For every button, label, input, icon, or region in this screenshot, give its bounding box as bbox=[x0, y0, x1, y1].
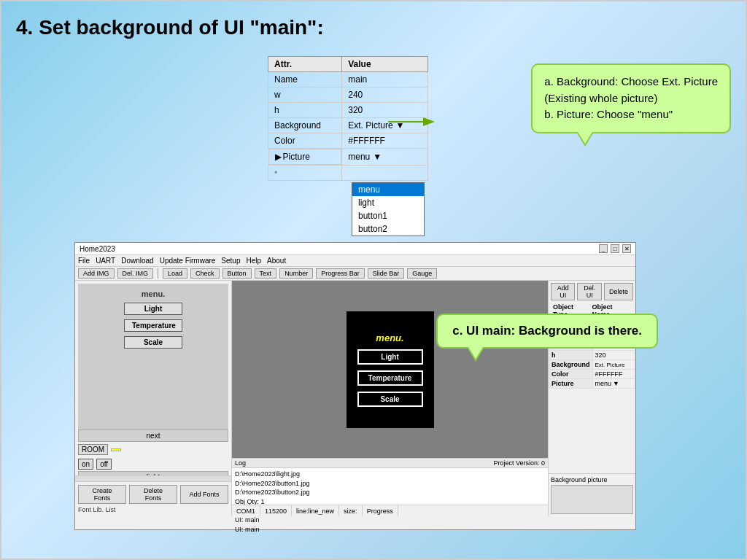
table-row: ▶ Picture menu ▼ bbox=[268, 149, 428, 166]
table-row: • bbox=[268, 166, 428, 181]
number-button[interactable]: Number bbox=[279, 268, 313, 279]
add-fonts-button[interactable]: Add Fonts bbox=[180, 485, 228, 504]
sidebar-off-btn[interactable]: off bbox=[96, 459, 112, 470]
button-button[interactable]: Button bbox=[222, 268, 252, 279]
delete-button[interactable]: Delete bbox=[604, 283, 633, 300]
table-row: h 320 bbox=[268, 103, 428, 118]
picture-dropdown-popup[interactable]: menu light button1 button2 bbox=[352, 182, 425, 236]
mini-color-value: #FFFFFF bbox=[592, 370, 635, 379]
table-row: h 320 bbox=[549, 351, 635, 360]
log-line: D:\Home2023\button1.jpg bbox=[235, 479, 545, 489]
log-label: Log bbox=[235, 459, 246, 467]
check-button[interactable]: Check bbox=[190, 268, 220, 279]
left-sidebar: menu. Light Temperature Scale next ROOM … bbox=[75, 281, 232, 516]
chevron-down-icon: ▼ bbox=[373, 152, 382, 162]
menu-help[interactable]: Help bbox=[247, 257, 262, 265]
attr-name-label: Name bbox=[268, 72, 342, 88]
menu-about[interactable]: About bbox=[267, 257, 286, 265]
mini-h-label: h bbox=[549, 351, 593, 360]
del-img-button[interactable]: Del. IMG bbox=[117, 268, 154, 279]
mini-color-label: Color bbox=[549, 370, 593, 379]
slide-container: 4. Set background of UI "main": Attr. Va… bbox=[0, 0, 747, 560]
sidebar-top: menu. Light Temperature Scale next ROOM … bbox=[75, 281, 231, 475]
table-row: Color #FFFFFF bbox=[549, 370, 635, 379]
dropdown-item-button1[interactable]: button1 bbox=[352, 209, 424, 222]
toolbar-separator bbox=[158, 268, 158, 279]
bg-picture-label: Background picture bbox=[551, 476, 633, 483]
status-com: COM1 bbox=[232, 505, 260, 516]
dropdown-item-button2[interactable]: button2 bbox=[352, 222, 424, 236]
dropdown-item-light[interactable]: light bbox=[352, 196, 424, 209]
callout-mid-text: c. UI main: Background is there. bbox=[452, 324, 642, 338]
maximize-button[interactable]: □ bbox=[611, 244, 619, 253]
attr-bg-value: Ext. Picture ▼ bbox=[342, 118, 428, 133]
attr-h-label: h bbox=[268, 103, 342, 118]
titlebar-controls: _ □ ✕ bbox=[599, 244, 631, 253]
table-row: Picture menu ▼ bbox=[549, 379, 635, 389]
menu-download[interactable]: Download bbox=[121, 257, 153, 265]
sidebar-on-btn[interactable]: on bbox=[78, 459, 93, 470]
sidebar-scrollbar[interactable] bbox=[75, 475, 231, 481]
app-window: Home2023 _ □ ✕ File UART Download Update… bbox=[74, 242, 636, 530]
preview-light-btn[interactable]: Light bbox=[124, 303, 182, 315]
font-lib-label: Font Lib. List bbox=[78, 506, 228, 513]
preview-scale-btn[interactable]: Scale bbox=[124, 336, 182, 349]
table-row: Background Ext. Picture bbox=[549, 360, 635, 370]
bullet-icon: • bbox=[274, 168, 277, 178]
attr-color-label: Color bbox=[268, 133, 342, 149]
delete-fonts-button[interactable]: Delete Fonts bbox=[129, 485, 177, 504]
project-version-label: Project Version: 0 bbox=[493, 459, 545, 467]
callout-mid: c. UI main: Background is there. bbox=[436, 314, 658, 349]
text-button[interactable]: Text bbox=[255, 268, 277, 279]
menu-file[interactable]: File bbox=[78, 257, 90, 265]
bg-dropdown[interactable]: Ext. Picture ▼ bbox=[348, 120, 422, 131]
col-value: Value bbox=[342, 57, 428, 72]
minimize-button[interactable]: _ bbox=[599, 244, 608, 253]
del-ui-button[interactable]: Del. UI bbox=[577, 283, 601, 300]
attr-table-wrapper: Attr. Value Name main w 240 h 320 bbox=[268, 56, 428, 181]
dropdown-item-menu[interactable]: menu bbox=[352, 183, 424, 196]
status-bar: COM1 115200 line: line_new size: Progres… bbox=[232, 505, 548, 516]
mini-bg-value: Ext. Picture bbox=[592, 360, 635, 370]
menu-uart[interactable]: UART bbox=[96, 257, 115, 265]
log-header: Log Project Version: 0 bbox=[232, 459, 548, 468]
add-ui-button[interactable]: Add UI bbox=[551, 283, 575, 300]
menu-setup[interactable]: Setup bbox=[221, 257, 240, 265]
sidebar-room-label: ROOM bbox=[78, 444, 108, 455]
sidebar-preview: menu. Light Temperature Scale bbox=[78, 284, 228, 429]
attr-table: Attr. Value Name main w 240 h 320 bbox=[268, 56, 428, 181]
create-fonts-button[interactable]: Create Fonts bbox=[78, 485, 126, 504]
mini-bg-label: Background bbox=[549, 360, 593, 370]
font-buttons: Create Fonts Delete Fonts Add Fonts bbox=[78, 485, 228, 504]
preview-menu-label: menu. bbox=[142, 289, 165, 298]
mini-picture-value: menu ▼ bbox=[592, 379, 635, 389]
callout-top-line3: b. Picture: Choose "menu" bbox=[544, 106, 718, 123]
load-button[interactable]: Load bbox=[163, 268, 187, 279]
attr-color-value: #FFFFFF bbox=[342, 133, 428, 149]
slidebar-button[interactable]: Slide Bar bbox=[368, 268, 405, 279]
log-content: D:\Home2023\light.jpg D:\Home2023\button… bbox=[232, 468, 548, 535]
canvas-scale-btn[interactable]: Scale bbox=[357, 392, 423, 407]
log-line: D:\Home2023\light.jpg bbox=[235, 470, 545, 479]
col-attr: Attr. bbox=[268, 57, 342, 72]
app-toolbar: Add IMG Del. IMG Load Check Button Text … bbox=[75, 267, 635, 281]
callout-top-line1: a. Background: Choose Ext. Picture bbox=[544, 74, 718, 90]
app-titlebar: Home2023 _ □ ✕ bbox=[75, 243, 635, 255]
gauge-button[interactable]: Gauge bbox=[407, 268, 437, 279]
picture-dropdown[interactable]: menu ▼ bbox=[348, 152, 422, 162]
progressbar-button[interactable]: Progress Bar bbox=[316, 268, 365, 279]
menu-update[interactable]: Update Firmware bbox=[160, 257, 216, 265]
expand-arrow-icon: ▶ bbox=[275, 152, 282, 162]
log-line: UI: main bbox=[235, 516, 545, 525]
canvas-temperature-btn[interactable]: Temperature bbox=[357, 370, 423, 386]
status-baud: 115200 bbox=[260, 505, 292, 516]
canvas-light-btn[interactable]: Light bbox=[357, 349, 423, 365]
mini-picture-dropdown[interactable]: menu ▼ bbox=[595, 380, 632, 387]
sidebar-bottom: Create Fonts Delete Fonts Add Fonts Font… bbox=[75, 481, 231, 516]
preview-temperature-btn[interactable]: Temperature bbox=[124, 319, 182, 332]
app-title: Home2023 bbox=[80, 245, 115, 253]
close-button[interactable]: ✕ bbox=[622, 244, 631, 253]
mini-h-value: 320 bbox=[592, 351, 635, 360]
add-img-button[interactable]: Add IMG bbox=[78, 268, 115, 279]
sidebar-room-value bbox=[111, 448, 121, 451]
